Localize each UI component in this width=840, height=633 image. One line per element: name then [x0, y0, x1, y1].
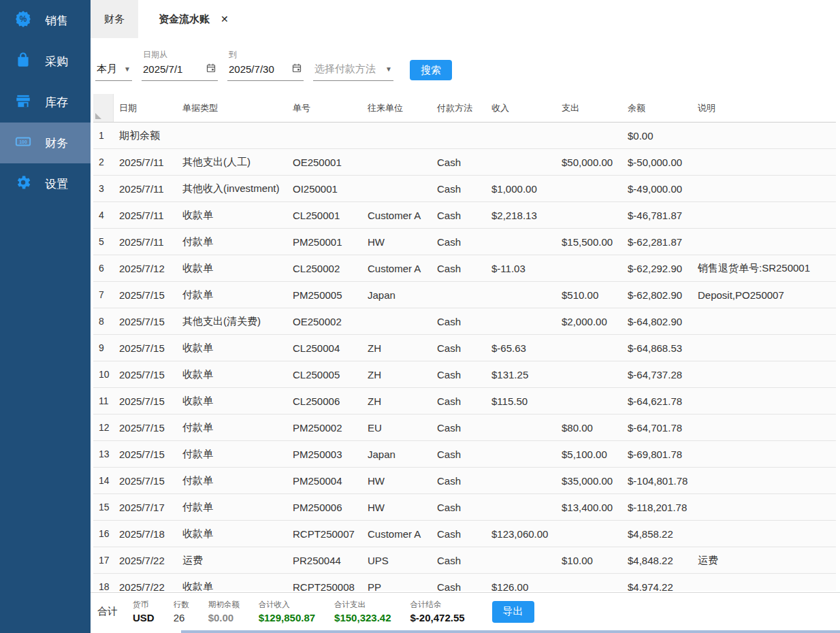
cell-party: EU: [362, 415, 432, 440]
cell-party: [362, 308, 432, 334]
close-tab-icon[interactable]: ✕: [221, 14, 229, 25]
cell-date: 2025/7/15: [114, 388, 177, 414]
cell-doctype: 收款单: [177, 361, 287, 387]
cell-income: $126.00: [486, 574, 556, 591]
cell-date: 2025/7/11: [114, 229, 177, 255]
table-row[interactable]: 1期初余额$0.00: [93, 123, 836, 149]
table-row[interactable]: 112025/7/15收款单CL250006ZHCash$115.50$-64,…: [93, 388, 836, 415]
table-row[interactable]: 122025/7/15付款单PM250002EUCash$80.00$-64,7…: [93, 415, 836, 441]
date-from-group: 日期从 2025/7/1: [142, 49, 218, 81]
tab-finance[interactable]: 财务: [91, 0, 138, 38]
cell-method: Cash: [432, 388, 486, 414]
date-from-label: 日期从: [142, 49, 218, 61]
net-balance-value: $-20,472.55: [410, 612, 465, 623]
cell-balance: $-64,701.78: [622, 415, 692, 440]
table-row[interactable]: 22025/7/11其他支出(人工)OE250001Cash$50,000.00…: [93, 149, 836, 176]
table-row[interactable]: 92025/7/15收款单CL250004ZHCash$-65.63$-64,8…: [93, 335, 836, 361]
sidebar-item-settings[interactable]: 设置: [0, 163, 91, 204]
table-row[interactable]: 172025/7/22运费PR250044UPSCash$10.00$4,848…: [93, 547, 836, 574]
cell-method: Cash: [432, 149, 486, 175]
cell-note: [692, 123, 836, 148]
cell-date: 2025/7/15: [114, 308, 177, 334]
export-button[interactable]: 导出: [492, 601, 534, 623]
sidebar-item-inventory[interactable]: 库存: [0, 82, 91, 123]
table-row[interactable]: 162025/7/18收款单RCPT250007Customer ACash$1…: [93, 521, 836, 547]
column-header-method[interactable]: 付款方法: [432, 94, 486, 122]
cell-date: 2025/7/15: [114, 415, 177, 440]
cell-doctype: 运费: [177, 547, 287, 573]
cell-method: Cash: [432, 468, 486, 493]
column-header-party[interactable]: 往来单位: [362, 94, 432, 122]
date-from-input[interactable]: 2025/7/1: [142, 63, 218, 81]
cell-party: Japan: [362, 282, 432, 308]
table-header: 日期单据类型单号往来单位付款方法收入支出余额说明: [93, 94, 836, 123]
cell-note: [692, 335, 836, 361]
cell-method: Cash: [432, 521, 486, 547]
cell-method: Cash: [432, 574, 486, 591]
cell-date: 2025/7/15: [114, 468, 177, 493]
cell-income: $2,218.13: [486, 202, 556, 228]
cell-party: ZH: [362, 335, 432, 361]
cell-expense: $10.00: [556, 547, 622, 573]
cell-docno: CL250005: [287, 361, 362, 387]
cell-income: [486, 468, 556, 493]
cell-income: [486, 229, 556, 255]
table-row[interactable]: 182025/7/22收款单RCPT250008PPCash$126.00$4,…: [93, 574, 836, 591]
cell-balance: $-49,000.00: [622, 176, 692, 201]
table-row[interactable]: 132025/7/15付款单PM250003JapanCash$5,100.00…: [93, 441, 836, 468]
select-all-corner[interactable]: [93, 94, 114, 122]
cell-balance: $-104,801.78: [622, 468, 692, 493]
column-header-balance[interactable]: 余额: [622, 94, 692, 122]
table-row[interactable]: 72025/7/15付款单PM250005Japan$510.00$-62,80…: [93, 282, 836, 308]
cell-income: [486, 308, 556, 334]
payment-method-select[interactable]: 选择付款方法 ▼: [313, 63, 393, 81]
cell-date: 2025/7/15: [114, 361, 177, 387]
search-button[interactable]: 搜索: [410, 60, 452, 80]
cell-row-number: 11: [93, 388, 114, 414]
table-row[interactable]: 52025/7/11付款单PM250001HWCash$15,500.00$-6…: [93, 229, 836, 255]
cell-party: ZH: [362, 361, 432, 387]
cell-method: Cash: [432, 335, 486, 361]
cell-docno: PM250001: [287, 229, 362, 255]
column-header-expense[interactable]: 支出: [556, 94, 622, 122]
period-select[interactable]: 本月 ▼: [95, 63, 132, 81]
sidebar-item-sales[interactable]: % 销售: [0, 0, 91, 41]
table-body: 1期初余额$0.0022025/7/11其他支出(人工)OE250001Cash…: [93, 123, 836, 591]
cell-date: 2025/7/22: [114, 547, 177, 573]
table-row[interactable]: 102025/7/15收款单CL250005ZHCash$131.25$-64,…: [93, 361, 836, 388]
column-header-note[interactable]: 说明: [692, 94, 836, 122]
column-header-date[interactable]: 日期: [114, 94, 177, 122]
row-count-value: 26: [174, 612, 189, 623]
calendar-icon[interactable]: [206, 63, 216, 76]
table-row[interactable]: 42025/7/11收款单CL250001Customer ACash$2,21…: [93, 202, 836, 229]
cell-method: Cash: [432, 229, 486, 255]
column-header-income[interactable]: 收入: [486, 94, 556, 122]
cell-expense: $13,400.00: [556, 494, 622, 520]
table-row[interactable]: 82025/7/15其他支出(清关费)OE250002Cash$2,000.00…: [93, 308, 836, 335]
sidebar-item-label: 设置: [45, 176, 68, 192]
cell-row-number: 4: [93, 202, 114, 228]
column-header-docno[interactable]: 单号: [287, 94, 362, 122]
cell-date: 2025/7/18: [114, 521, 177, 547]
sidebar-item-finance[interactable]: 100 财务: [0, 123, 91, 163]
cell-income: [486, 282, 556, 308]
cell-docno: RCPT250007: [287, 521, 362, 547]
calendar-icon[interactable]: [291, 63, 302, 76]
summary-total-expense: 合计支出 $150,323.42: [334, 600, 391, 623]
tab-cash-flow-ledger[interactable]: 资金流水账 ✕: [138, 0, 240, 38]
date-from-value: 2025/7/1: [143, 63, 182, 75]
table-row[interactable]: 152025/7/17付款单PM250006HWCash$13,400.00$-…: [93, 494, 836, 521]
sidebar-item-label: 采购: [45, 54, 68, 69]
cell-party: HW: [362, 229, 432, 255]
cell-doctype: 付款单: [177, 494, 287, 520]
table-row[interactable]: 142025/7/15付款单PM250004HWCash$35,000.00$-…: [93, 468, 836, 494]
total-income-label: 合计收入: [259, 600, 315, 610]
cell-method: Cash: [432, 547, 486, 573]
cell-row-number: 15: [93, 494, 114, 520]
sidebar-item-purchasing[interactable]: 采购: [0, 41, 91, 82]
date-to-input[interactable]: 2025/7/30: [227, 63, 304, 81]
cell-note: [692, 521, 836, 547]
table-row[interactable]: 62025/7/12收款单CL250002Customer ACash$-11.…: [93, 255, 836, 282]
column-header-doctype[interactable]: 单据类型: [177, 94, 287, 122]
table-row[interactable]: 32025/7/11其他收入(investment)OI250001Cash$1…: [93, 176, 836, 202]
